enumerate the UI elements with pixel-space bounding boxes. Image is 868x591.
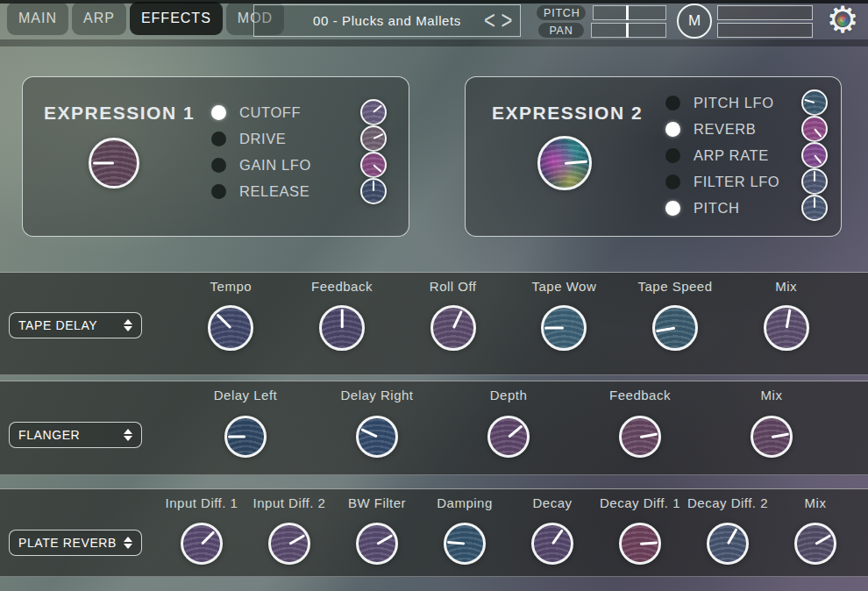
fx-knob-column: Input Diff. 1 [158, 495, 245, 576]
pitch-row: PITCH [537, 5, 666, 20]
expression2-knob-arp-rate[interactable] [801, 142, 828, 168]
expression1-knob-gain-lfo[interactable] [360, 152, 387, 178]
effect-slot-2-selector[interactable]: FLANGER [9, 422, 142, 448]
tape-delay-knob-roll-off-pointer [452, 310, 462, 329]
fx-knob-column: BW Filter [333, 495, 421, 576]
expression1-option-label: RELEASE [239, 183, 309, 200]
expression2-radio-pitch-lfo[interactable] [665, 96, 680, 110]
output-slider-bottom[interactable] [717, 23, 813, 38]
preset-next-icon[interactable]: > [502, 8, 513, 34]
mono-button[interactable]: M [677, 4, 712, 39]
fx-knob-label: Feedback [311, 279, 373, 294]
expression1-radio-gain-lfo[interactable] [211, 158, 226, 173]
plate-reverb-knob-input-diff-1[interactable] [181, 523, 223, 565]
fx-knob-label: Decay [532, 495, 572, 510]
expression2-knob-pitch-pointer [814, 197, 815, 208]
pan-row: PAN [537, 23, 666, 38]
fx-knob-column: Decay Diff. 1 [596, 495, 684, 576]
tape-delay-knob-tape-wow-pointer [545, 327, 565, 330]
expression2-radio-arp-rate[interactable] [665, 148, 680, 163]
pitch-slider[interactable] [593, 5, 666, 20]
expression2-radio-reverb[interactable] [665, 122, 680, 137]
pitch-label: PITCH [537, 5, 586, 20]
expression1-knob-drive[interactable] [360, 125, 387, 152]
expression2-knob-reverb[interactable] [801, 116, 828, 142]
effect-slot-1-name: TAPE DELAY [18, 318, 97, 332]
flanger-knob-delay-left-pointer [228, 436, 245, 438]
plate-reverb-knob-bw-filter[interactable] [356, 523, 398, 565]
fx-knob-label: Input Diff. 2 [253, 495, 326, 510]
expression1-radio-cutoff[interactable] [211, 105, 226, 120]
tape-delay-knob-feedback[interactable] [319, 305, 365, 351]
expression1-knob-slot [360, 99, 387, 125]
expression1-knob-slot [360, 178, 387, 204]
expression2-options: PITCH LFOREVERBARP RATEFILTER LFOPITCH [665, 89, 828, 221]
pan-slider-thumb[interactable] [626, 23, 629, 38]
expression1-option-row: GAIN LFO [211, 152, 387, 178]
expression2-knob-pitch-lfo[interactable] [801, 89, 828, 116]
effect-slot-3-name: PLATE REVERB [18, 536, 117, 550]
expression2-knob-filter-lfo[interactable] [801, 168, 828, 195]
fx-knob-column: Tempo [175, 279, 287, 374]
fx-knob-label: Input Diff. 1 [166, 495, 238, 510]
expression2-knob-pitch[interactable] [801, 195, 828, 221]
tape-delay-knobs: TempoFeedbackRoll OffTape WowTape SpeedM… [175, 279, 842, 374]
expression1-radio-release[interactable] [211, 184, 226, 199]
flanger-knob-delay-right-pointer [361, 429, 378, 438]
pan-slider[interactable] [591, 23, 666, 38]
expression2-main-knob-pointer [565, 160, 587, 164]
plate-reverb-section: PLATE REVERB Input Diff. 1Input Diff. 2B… [0, 488, 868, 577]
expression1-options: CUTOFFDRIVEGAIN LFORELEASE [211, 99, 387, 204]
plate-reverb-knob-damping[interactable] [444, 523, 486, 565]
expression2-radio-filter-lfo[interactable] [665, 174, 680, 189]
pan-label: PAN [538, 23, 584, 38]
mono-button-label: M [688, 12, 701, 30]
plate-reverb-knob-bw-filter-pointer [376, 534, 392, 545]
settings-button[interactable]: ⚙ [822, 0, 863, 40]
tape-delay-knob-roll-off[interactable] [430, 305, 476, 351]
tape-delay-knob-tape-wow[interactable] [541, 305, 587, 351]
pitch-slider-thumb[interactable] [626, 5, 629, 20]
plate-reverb-knob-decay-pointer [551, 529, 563, 545]
expression1-radio-drive[interactable] [211, 132, 226, 146]
flanger-knob-depth-pointer [508, 424, 523, 438]
flanger-knob-feedback[interactable] [619, 416, 661, 458]
tab-main[interactable]: MAIN [7, 2, 68, 35]
expression2-option-row: REVERB [665, 116, 828, 142]
tab-effects[interactable]: EFFECTS [130, 2, 223, 35]
expression1-knob-cutoff[interactable] [360, 99, 387, 125]
flanger-knob-delay-left[interactable] [224, 416, 267, 458]
expression1-main-knob[interactable] [89, 138, 139, 189]
preset-prev-icon[interactable]: < [484, 8, 495, 34]
effect-slot-1-selector[interactable]: TAPE DELAY [9, 312, 142, 338]
expression2-main-knob[interactable] [537, 136, 592, 190]
expression1-knob-release[interactable] [360, 178, 387, 204]
output-slider-top[interactable] [717, 5, 813, 20]
tape-delay-knob-tape-speed-pointer [657, 327, 676, 332]
flanger-knob-mix[interactable] [751, 416, 793, 458]
expression1-main-knob-pointer [93, 162, 114, 165]
fx-knob-label: Mix [775, 279, 797, 294]
plate-reverb-knob-decay-diff-1[interactable] [619, 523, 661, 565]
output-sliders [717, 5, 813, 38]
flanger-knob-delay-right[interactable] [356, 416, 398, 458]
tape-delay-knob-tape-speed[interactable] [652, 305, 698, 351]
plate-reverb-knob-input-diff-2[interactable] [268, 523, 310, 565]
expression2-radio-pitch[interactable] [665, 201, 680, 216]
effect-slot-3-selector[interactable]: PLATE REVERB [9, 530, 142, 556]
expression1-option-row: DRIVE [211, 125, 387, 152]
preset-selector[interactable]: 00 - Plucks and Mallets < > [253, 4, 521, 37]
tape-delay-knob-tempo[interactable] [208, 305, 253, 351]
tab-arp[interactable]: ARP [72, 2, 126, 35]
expression2-knob-slot [801, 142, 828, 168]
plate-reverb-knob-decay[interactable] [531, 523, 573, 565]
fx-knob-column: Roll Off [397, 279, 509, 374]
expression1-option-label: DRIVE [239, 131, 286, 147]
plate-reverb-knob-decay-diff-1-pointer [640, 541, 658, 545]
plate-reverb-knob-decay-diff-2[interactable] [707, 523, 749, 565]
tab-bar: MAINARPEFFECTSMOD [7, 2, 284, 35]
tape-delay-knob-mix[interactable] [764, 305, 809, 351]
plate-reverb-knob-mix[interactable] [794, 523, 836, 565]
fx-knob-column: Damping [421, 495, 509, 576]
flanger-knob-depth[interactable] [487, 416, 530, 458]
